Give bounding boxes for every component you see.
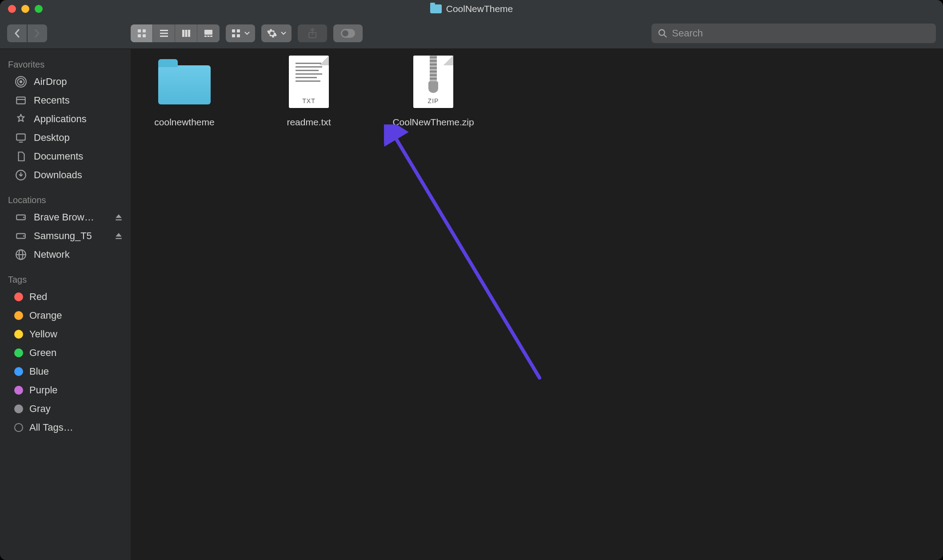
minimize-window-button[interactable] [21,5,29,13]
sidebar-item-label: All Tags… [29,422,123,433]
applications-icon [14,113,28,125]
sidebar-item-label: Recents [34,95,123,106]
sidebar-tag-purple[interactable]: Purple [0,381,131,400]
chevron-right-icon [34,29,41,38]
folder-icon [158,65,211,104]
forward-button[interactable] [28,24,47,42]
documents-icon [14,151,28,162]
file-item-zip[interactable]: ZIP CoolNewTheme.zip [387,55,480,128]
sidebar-item-label: Gray [29,403,123,415]
list-icon [159,28,169,38]
file-item-folder[interactable]: coolnewtheme [138,55,231,128]
svg-rect-6 [160,36,168,37]
sidebar-tag-red[interactable]: Red [0,288,131,306]
sidebar-item-label: Downloads [34,169,123,181]
action-dropdown[interactable] [261,24,292,42]
sidebar-item-label: Network [34,249,123,260]
group-grid-icon [231,28,241,38]
finder-window: CoolNewTheme [0,0,943,560]
sidebar-item-label: Brave Brow… [34,212,108,223]
group-by-dropdown[interactable] [226,24,255,42]
icon-grid-icon [137,28,147,38]
column-view-button[interactable] [175,24,197,42]
svg-rect-9 [188,30,190,37]
sidebar-tag-yellow[interactable]: Yellow [0,325,131,344]
tag-dot-icon [14,330,23,339]
gallery-icon [204,28,213,38]
zoom-window-button[interactable] [35,5,43,13]
svg-rect-10 [204,30,212,35]
traffic-lights [8,5,43,13]
edit-tags-button[interactable] [333,24,363,42]
svg-point-23 [20,80,23,84]
titlebar: CoolNewTheme [0,0,943,18]
icon-grid: coolnewtheme TXT readme.txt [138,55,936,128]
tags-header: Tags [0,270,131,288]
sidebar-item-applications[interactable]: Applications [0,110,131,128]
file-label: CoolNewTheme.zip [392,116,474,128]
svg-line-39 [393,133,539,378]
svg-point-34 [23,235,24,236]
sidebar: Favorites AirDrop Recents Applications [0,49,131,560]
airdrop-icon [14,76,28,88]
chevron-down-icon [281,32,286,35]
sidebar-tag-all[interactable]: All Tags… [0,418,131,437]
file-item-txt[interactable]: TXT readme.txt [262,55,356,128]
sidebar-item-label: Green [29,347,123,359]
list-view-button[interactable] [153,24,175,42]
disk-icon [14,230,28,242]
sidebar-item-samsung-t5[interactable]: Samsung_T5 [0,227,131,245]
share-button[interactable] [298,24,327,42]
eject-icon[interactable] [115,232,123,240]
sidebar-tag-orange[interactable]: Orange [0,306,131,325]
svg-rect-11 [204,36,207,37]
network-icon [14,249,28,260]
back-button[interactable] [7,24,27,42]
svg-rect-14 [232,29,235,32]
all-tags-icon [14,423,23,432]
eject-icon[interactable] [115,213,123,221]
sidebar-item-downloads[interactable]: Downloads [0,166,131,184]
tag-dot-icon [14,292,23,301]
chevron-left-icon [13,29,20,38]
recents-icon [14,95,28,106]
sidebar-item-label: Samsung_T5 [34,230,108,242]
sidebar-item-airdrop[interactable]: AirDrop [0,72,131,91]
search-input[interactable] [672,28,930,39]
close-window-button[interactable] [8,5,16,13]
svg-rect-3 [143,34,146,37]
txt-file-icon: TXT [289,56,329,108]
columns-icon [181,28,191,38]
sidebar-tag-green[interactable]: Green [0,344,131,362]
svg-rect-5 [160,32,168,34]
svg-rect-12 [208,36,210,37]
tag-dot-icon [14,386,23,395]
search-field[interactable] [651,24,936,43]
search-icon [658,28,667,38]
share-icon [308,28,317,39]
tag-dot-icon [14,311,23,320]
gear-icon [267,28,277,39]
sidebar-item-brave-browser[interactable]: Brave Brow… [0,208,131,227]
sidebar-item-desktop[interactable]: Desktop [0,128,131,147]
tag-dot-icon [14,404,23,413]
svg-rect-26 [16,97,25,104]
sidebar-tag-gray[interactable]: Gray [0,400,131,418]
svg-line-22 [664,34,667,37]
file-badge: TXT [302,97,315,104]
icon-view-button[interactable] [131,24,153,42]
sidebar-tag-blue[interactable]: Blue [0,362,131,381]
gallery-view-button[interactable] [197,24,220,42]
content-area[interactable]: coolnewtheme TXT readme.txt [131,49,943,560]
svg-rect-7 [182,30,184,37]
sidebar-item-recents[interactable]: Recents [0,91,131,110]
window-title: CoolNewTheme [446,4,513,14]
sidebar-item-documents[interactable]: Documents [0,147,131,166]
svg-rect-4 [160,30,168,31]
svg-rect-28 [16,134,25,140]
svg-rect-1 [143,29,146,32]
sidebar-item-label: Red [29,291,123,303]
sidebar-item-label: Yellow [29,328,123,340]
sidebar-item-network[interactable]: Network [0,245,131,264]
svg-rect-15 [237,29,240,32]
